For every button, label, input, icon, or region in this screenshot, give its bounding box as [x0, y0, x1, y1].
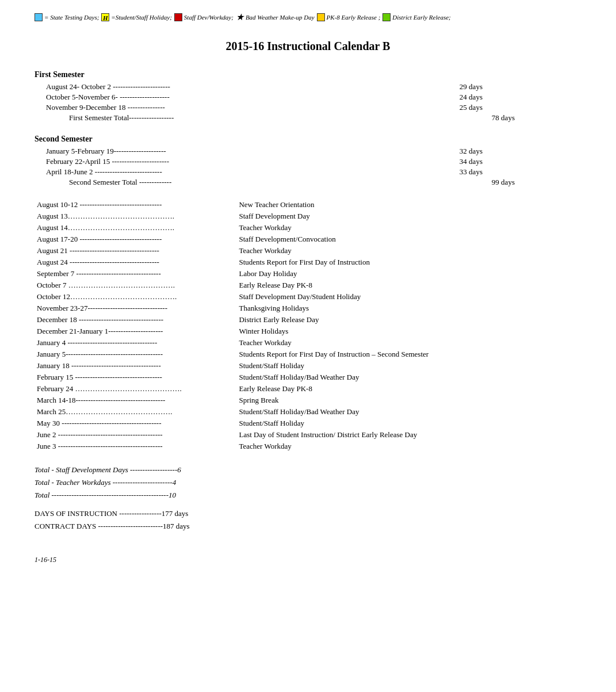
list-item: June 2 ---------------------------------… — [35, 429, 581, 441]
list-item: January 4 ------------------------------… — [35, 337, 581, 349]
total-days-cell: 99 days — [457, 177, 581, 188]
event-label-cell: Student/Staff Holiday/Bad Weather Day — [236, 406, 581, 418]
total-teacher-workdays: Total - Teacher Workdays ---------------… — [35, 476, 581, 489]
total-row: Second Semester Total -------------99 da… — [35, 177, 581, 188]
bad-weather-star: ★ — [236, 12, 244, 22]
event-label-cell: Student/Staff Holiday — [236, 418, 581, 429]
days-cell: 25 days — [457, 102, 581, 113]
table-row: August 24- October 2 -------------------… — [35, 82, 581, 92]
legend-holiday-label: =Student/Staff Holiday; — [111, 14, 172, 21]
total-row: First Semester Total------------------78… — [35, 113, 581, 123]
table-row: February 22-April 15 -------------------… — [35, 156, 581, 167]
event-date-cell: August 14……………………………………. — [35, 222, 236, 234]
legend-state-testing-label: = State Testing Days; — [44, 14, 99, 21]
date-cell: August 24- October 2 -------------------… — [35, 82, 457, 92]
events-table: August 10-12 ---------------------------… — [35, 199, 581, 452]
event-label-cell: New Teacher Orientation — [236, 199, 581, 211]
legend-district-label: District Early Release; — [392, 14, 450, 21]
total-label-cell: Second Semester Total ------------- — [35, 177, 457, 188]
total-staff-dev: Total - Staff Development Days ---------… — [35, 464, 581, 476]
footer: 1-16-15 — [35, 556, 581, 564]
event-date-cell: August 13……………………………………. — [35, 211, 236, 222]
list-item: January 18 -----------------------------… — [35, 360, 581, 372]
event-label-cell: Students Report for First Day of Instruc… — [236, 257, 581, 268]
date-cell: October 5-November 6- ------------------… — [35, 92, 457, 102]
event-label-cell: Students Report for First Day of Instruc… — [236, 349, 581, 360]
holiday-color: H — [101, 13, 109, 21]
days-cell: 34 days — [457, 156, 581, 167]
staff-dev-color — [174, 13, 182, 21]
event-label-cell: Winter Holidays — [236, 326, 581, 337]
event-label-cell: Student/Staff Holiday/Bad Weather Day — [236, 372, 581, 383]
table-row: January 5-February 19-------------------… — [35, 146, 581, 156]
event-date-cell: November 23-27--------------------------… — [35, 303, 236, 314]
list-item: March 25…………………………………….Student/Staff Hol… — [35, 406, 581, 418]
event-date-cell: February 24 ……………………………………. — [35, 383, 236, 395]
table-row: April 18-June 2 ------------------------… — [35, 167, 581, 177]
first-semester-title: First Semester — [35, 70, 581, 79]
district-color — [382, 13, 391, 21]
legend-district-release: District Early Release; — [382, 13, 450, 21]
list-item: January 5-------------------------------… — [35, 349, 581, 360]
event-label-cell: Early Release Day PK-8 — [236, 383, 581, 395]
list-item: May 30 ---------------------------------… — [35, 418, 581, 429]
contract-days: CONTRACT DAYS --------------------------… — [35, 520, 581, 533]
event-date-cell: October 12……………………………………. — [35, 291, 236, 303]
total-combined: Total ----------------------------------… — [35, 489, 581, 502]
event-date-cell: June 3 ---------------------------------… — [35, 441, 236, 452]
legend-bad-weather-label: Bad Weather Make-up Day — [246, 14, 315, 21]
legend-staff-dev-label: Staff Dev/Workday; — [184, 14, 234, 21]
list-item: October 12…………………………………….Staff Developme… — [35, 291, 581, 303]
totals-section: Total - Staff Development Days ---------… — [35, 464, 581, 502]
list-item: August 13…………………………………….Staff Developmen… — [35, 211, 581, 222]
list-item: August 14…………………………………….Teacher Workday — [35, 222, 581, 234]
days-cell: 32 days — [457, 146, 581, 156]
event-date-cell: June 2 ---------------------------------… — [35, 429, 236, 441]
days-cell: 29 days — [457, 82, 581, 92]
list-item: February 15 ----------------------------… — [35, 372, 581, 383]
event-date-cell: December 21-January 1-------------------… — [35, 326, 236, 337]
event-date-cell: August 21 ------------------------------… — [35, 245, 236, 257]
event-date-cell: December 18 ----------------------------… — [35, 314, 236, 326]
date-cell: November 9-December 18 --------------- — [35, 102, 457, 113]
event-label-cell: Staff Development Day — [236, 211, 581, 222]
event-label-cell: Teacher Workday — [236, 245, 581, 257]
event-label-cell: District Early Release Day — [236, 314, 581, 326]
date-cell: January 5-February 19-------------------… — [35, 146, 457, 156]
event-label-cell: Student/Staff Holiday — [236, 360, 581, 372]
table-row: October 5-November 6- ------------------… — [35, 92, 581, 102]
instruction-section: DAYS OF INSTRUCTION -----------------177… — [35, 507, 581, 533]
table-row: November 9-December 18 ---------------25… — [35, 102, 581, 113]
date-cell: April 18-June 2 ------------------------… — [35, 167, 457, 177]
list-item: December 21-January 1-------------------… — [35, 326, 581, 337]
event-label-cell: Thanksgiving Holidays — [236, 303, 581, 314]
list-item: August 10-12 ---------------------------… — [35, 199, 581, 211]
event-label-cell: Teacher Workday — [236, 222, 581, 234]
event-label-cell: Spring Break — [236, 395, 581, 406]
total-days-cell: 78 days — [457, 113, 581, 123]
legend-pk8-release: PK-8 Early Release ; — [317, 13, 381, 21]
event-date-cell: March 25……………………………………. — [35, 406, 236, 418]
list-item: November 23-27--------------------------… — [35, 303, 581, 314]
event-label-cell: Teacher Workday — [236, 337, 581, 349]
list-item: February 24 …………………………………….Early Release… — [35, 383, 581, 395]
event-date-cell: August 17-20 ---------------------------… — [35, 234, 236, 245]
event-date-cell: March 14-18-----------------------------… — [35, 395, 236, 406]
event-date-cell: January 5-------------------------------… — [35, 349, 236, 360]
event-date-cell: January 18 -----------------------------… — [35, 360, 236, 372]
event-date-cell: August 10-12 ---------------------------… — [35, 199, 236, 211]
event-date-cell: September 7 ----------------------------… — [35, 268, 236, 280]
event-date-cell: February 15 ----------------------------… — [35, 372, 236, 383]
list-item: June 3 ---------------------------------… — [35, 441, 581, 452]
days-of-instruction: DAYS OF INSTRUCTION -----------------177… — [35, 507, 581, 520]
legend-bad-weather: ★ Bad Weather Make-up Day — [236, 12, 315, 22]
pk8-color — [317, 13, 325, 21]
event-label-cell: Last Day of Student Instruction/ Distric… — [236, 429, 581, 441]
event-date-cell: August 24 ------------------------------… — [35, 257, 236, 268]
list-item: March 14-18-----------------------------… — [35, 395, 581, 406]
days-cell: 33 days — [457, 167, 581, 177]
legend-staff-dev: Staff Dev/Workday; — [174, 13, 234, 21]
event-date-cell: May 30 ---------------------------------… — [35, 418, 236, 429]
total-label-cell: First Semester Total------------------ — [35, 113, 457, 123]
event-date-cell: January 4 ------------------------------… — [35, 337, 236, 349]
